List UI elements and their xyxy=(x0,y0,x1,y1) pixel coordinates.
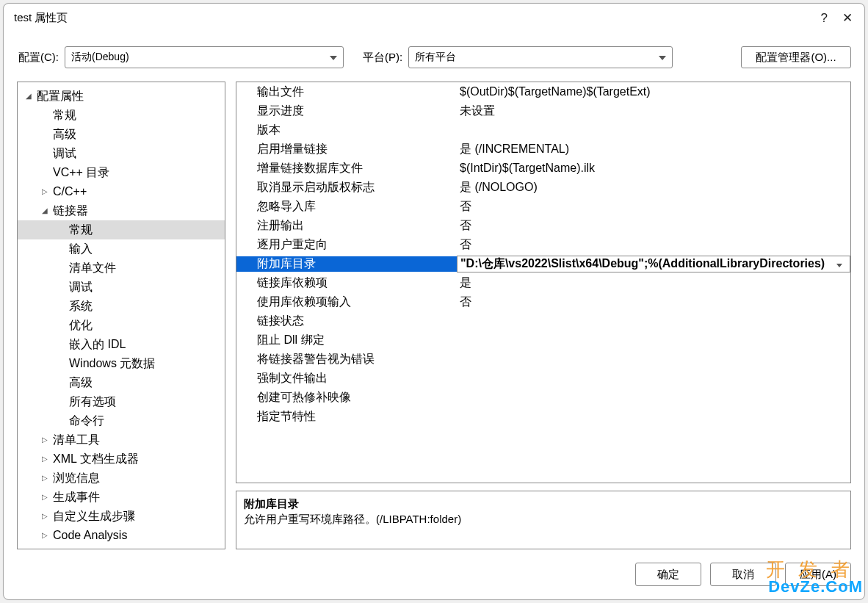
caret-right-icon: ▷ xyxy=(40,526,50,545)
help-icon[interactable]: ? xyxy=(821,11,828,26)
property-row[interactable]: 链接状态 xyxy=(236,311,850,331)
property-row[interactable]: 忽略导入库否 xyxy=(236,197,850,216)
apply-button[interactable]: 应用(A) xyxy=(785,563,851,586)
tree-item[interactable]: ◢链接器 xyxy=(18,201,225,220)
tree-item[interactable]: 系统 xyxy=(18,297,225,316)
property-name: 强制文件输出 xyxy=(236,371,457,386)
tree-item[interactable]: ▷自定义生成步骤 xyxy=(18,507,225,526)
nav-tree[interactable]: ◢配置属性常规高级调试VC++ 目录▷C/C++◢链接器常规输入清单文件调试系统… xyxy=(17,82,225,549)
property-name: 显示进度 xyxy=(236,104,457,119)
property-pages-dialog: test 属性页 ? ✕ 配置(C): 活动(Debug) 平台(P): 所有平… xyxy=(3,3,865,600)
caret-right-icon: ▷ xyxy=(40,488,50,507)
property-row[interactable]: 使用库依赖项输入否 xyxy=(236,292,850,311)
tree-item-label: 常规 xyxy=(50,106,76,125)
tree-item[interactable]: ▷生成事件 xyxy=(18,488,225,507)
platform-combo[interactable]: 所有平台 xyxy=(408,46,673,68)
tree-item[interactable]: ▷XML 文档生成器 xyxy=(18,449,225,469)
property-value: 否 xyxy=(457,218,850,234)
property-value: 未设置 xyxy=(457,104,850,119)
help-panel: 附加库目录 允许用户重写环境库路径。(/LIBPATH:folder) xyxy=(236,491,851,549)
caret-right-icon: ▷ xyxy=(40,469,50,488)
tree-item-label: 常规 xyxy=(66,220,93,239)
tree-item[interactable]: Windows 元数据 xyxy=(18,354,225,373)
config-manager-button[interactable]: 配置管理器(O)... xyxy=(741,46,851,68)
tree-item-label: 清单工具 xyxy=(50,430,100,449)
property-row[interactable]: 附加库目录"D:\仓库\vs2022\Slist\x64\Debug";%(Ad… xyxy=(236,254,850,273)
tree-item[interactable]: 优化 xyxy=(18,316,225,335)
property-name: 创建可热修补映像 xyxy=(236,390,457,405)
property-name: 逐用户重定向 xyxy=(236,237,457,253)
property-name: 启用增量链接 xyxy=(236,142,457,157)
property-row[interactable]: 逐用户重定向否 xyxy=(236,235,850,254)
close-icon[interactable]: ✕ xyxy=(842,10,853,26)
tree-item[interactable]: 清单文件 xyxy=(18,259,225,278)
tree-item[interactable]: ▷Code Analysis xyxy=(18,526,225,545)
tree-item[interactable]: ▷浏览信息 xyxy=(18,469,225,488)
ok-button[interactable]: 确定 xyxy=(635,563,701,586)
tree-item[interactable]: 命令行 xyxy=(18,411,225,430)
property-value[interactable]: "D:\仓库\vs2022\Slist\x64\Debug";%(Additio… xyxy=(457,256,850,272)
cancel-button[interactable]: 取消 xyxy=(710,563,776,586)
tree-item-label: 调试 xyxy=(66,278,93,297)
property-row[interactable]: 输出文件$(OutDir)$(TargetName)$(TargetExt) xyxy=(236,82,850,101)
tree-item[interactable]: 高级 xyxy=(18,373,225,392)
titlebar: test 属性页 ? ✕ xyxy=(4,4,864,33)
property-row[interactable]: 强制文件输出 xyxy=(236,369,850,388)
tree-root[interactable]: ◢配置属性 xyxy=(18,87,225,106)
property-name: 指定节特性 xyxy=(236,409,457,425)
help-body: 允许用户重写环境库路径。(/LIBPATH:folder) xyxy=(244,513,843,527)
platform-combo-value: 所有平台 xyxy=(415,51,456,64)
property-name: 增量链接数据库文件 xyxy=(236,161,457,176)
config-combo[interactable]: 活动(Debug) xyxy=(65,46,344,68)
right-column: 输出文件$(OutDir)$(TargetName)$(TargetExt)显示… xyxy=(236,82,851,549)
tree-item-label: 自定义生成步骤 xyxy=(50,507,135,526)
tree-item[interactable]: 嵌入的 IDL xyxy=(18,335,225,354)
property-row[interactable]: 创建可热修补映像 xyxy=(236,388,850,407)
property-name: 附加库目录 xyxy=(236,256,457,272)
property-row[interactable]: 注册输出否 xyxy=(236,216,850,235)
property-value: $(OutDir)$(TargetName)$(TargetExt) xyxy=(457,85,850,98)
property-row[interactable]: 指定节特性 xyxy=(236,407,850,426)
property-row[interactable]: 阻止 Dll 绑定 xyxy=(236,331,850,350)
tree-item[interactable]: 常规 xyxy=(18,106,225,125)
property-name: 取消显示启动版权标志 xyxy=(236,180,457,195)
tree-item[interactable]: VC++ 目录 xyxy=(18,163,225,182)
property-row[interactable]: 将链接器警告视为错误 xyxy=(236,350,850,369)
main-area: ◢配置属性常规高级调试VC++ 目录▷C/C++◢链接器常规输入清单文件调试系统… xyxy=(4,77,864,555)
tree-item-label: 命令行 xyxy=(66,411,104,430)
property-value: 否 xyxy=(457,295,850,310)
caret-right-icon: ▷ xyxy=(40,449,50,469)
tree-item-label: 调试 xyxy=(50,144,76,163)
tree-root-label: 配置属性 xyxy=(34,87,84,106)
tree-item-label: Windows 元数据 xyxy=(66,354,155,373)
property-row[interactable]: 链接库依赖项是 xyxy=(236,273,850,292)
tree-item[interactable]: ▷清单工具 xyxy=(18,430,225,449)
tree-item[interactable]: 调试 xyxy=(18,144,225,163)
property-name: 注册输出 xyxy=(236,218,457,234)
tree-item[interactable]: 所有选项 xyxy=(18,392,225,411)
tree-item-label: XML 文档生成器 xyxy=(50,449,139,469)
tree-item[interactable]: ▷C/C++ xyxy=(18,182,225,201)
tree-item-label: 高级 xyxy=(66,373,93,392)
caret-down-icon: ◢ xyxy=(23,87,34,106)
tree-item[interactable]: 高级 xyxy=(18,125,225,144)
property-row[interactable]: 启用增量链接是 (/INCREMENTAL) xyxy=(236,140,850,159)
tree-item[interactable]: 调试 xyxy=(18,278,225,297)
tree-item-label: 生成事件 xyxy=(50,488,100,507)
property-value: 是 (/INCREMENTAL) xyxy=(457,142,850,157)
tree-item[interactable]: 常规 xyxy=(18,220,225,239)
property-row[interactable]: 版本 xyxy=(236,120,850,140)
property-name: 链接库依赖项 xyxy=(236,275,457,291)
caret-right-icon: ▷ xyxy=(40,507,50,526)
help-title: 附加库目录 xyxy=(244,497,843,511)
property-row[interactable]: 取消显示启动版权标志是 (/NOLOGO) xyxy=(236,178,850,197)
property-row[interactable]: 增量链接数据库文件$(IntDir)$(TargetName).ilk xyxy=(236,159,850,178)
property-row[interactable]: 显示进度未设置 xyxy=(236,101,850,120)
platform-label: 平台(P): xyxy=(363,51,402,65)
tree-item[interactable]: 输入 xyxy=(18,239,225,259)
property-grid[interactable]: 输出文件$(OutDir)$(TargetName)$(TargetExt)显示… xyxy=(236,82,851,483)
tree-item-label: C/C++ xyxy=(50,182,87,201)
property-value: 否 xyxy=(457,237,850,253)
tree-item-label: 高级 xyxy=(50,125,76,144)
property-name: 忽略导入库 xyxy=(236,199,457,214)
